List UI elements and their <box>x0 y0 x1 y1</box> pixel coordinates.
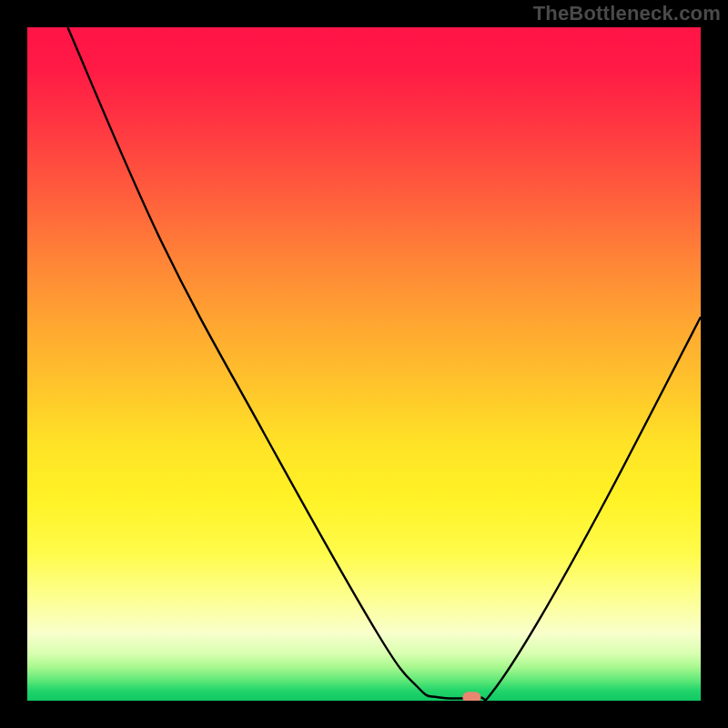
optimal-point-marker <box>462 692 480 701</box>
chart-frame: TheBottleneck.com <box>0 0 728 728</box>
watermark-text: TheBottleneck.com <box>533 2 721 25</box>
bottleneck-curve <box>67 27 701 700</box>
curve-svg <box>27 27 701 701</box>
plot-area <box>27 27 701 701</box>
